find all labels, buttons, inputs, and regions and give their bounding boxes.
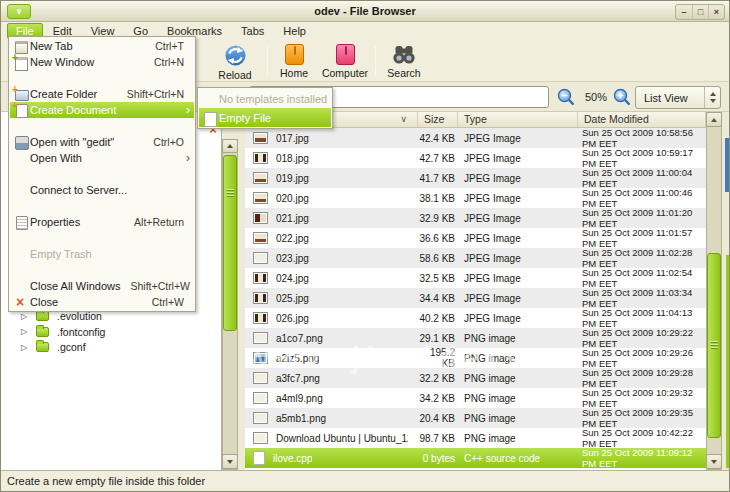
submenu-item[interactable]: Empty File <box>199 108 331 127</box>
expander-icon[interactable]: ▷ <box>18 327 30 336</box>
file-row[interactable]: 024.jpg 32.5 KB JPEG Image Sun 25 Oct 20… <box>245 268 706 288</box>
menu-item[interactable]: Open With › <box>10 150 194 166</box>
menu-item[interactable]: Create Document › <box>10 102 194 118</box>
menu-item-label: Create Document <box>30 104 170 116</box>
file-row[interactable]: a4ml9.png 34.2 KB PNG image Sun 25 Oct 2… <box>245 388 706 408</box>
file-name: 026.jpg <box>276 313 309 324</box>
menu-item[interactable]: New Window Ctrl+N <box>10 54 194 70</box>
file-name: 023.jpg <box>276 253 309 264</box>
expander-icon[interactable]: ▷ <box>18 343 30 352</box>
file-type: JPEG Image <box>458 293 578 304</box>
sidebar-folder-label: .fontconfig <box>57 326 105 338</box>
file-name: a1co7.png <box>276 333 323 344</box>
file-row[interactable]: a3fc7.png 32.2 KB PNG image Sun 25 Oct 2… <box>245 368 706 388</box>
sidebar-scrollbar-thumb[interactable] <box>223 155 237 331</box>
file-row[interactable]: 017.jpg 42.4 KB JPEG Image Sun 25 Oct 20… <box>245 128 706 148</box>
menu-item-icon <box>13 199 30 213</box>
menubar-item[interactable]: Help <box>274 23 315 39</box>
file-date-modified: Sun 25 Oct 2009 10:29:28 PM EET <box>578 367 706 389</box>
menu-item[interactable]: Connect to Server... <box>10 182 194 198</box>
folder-icon <box>36 311 49 321</box>
file-row[interactable]: 022.jpg 36.6 KB JPEG Image Sun 25 Oct 20… <box>245 228 706 248</box>
column-header-type[interactable]: Type <box>458 112 578 127</box>
file-name: 019.jpg <box>276 173 309 184</box>
file-row[interactable]: Download Ubuntu | Ubuntu_12565... 98.7 K… <box>245 428 706 448</box>
file-size: 32.5 KB <box>418 273 458 284</box>
file-row[interactable]: a2iz5.png 195.2 KB PNG image Sun 25 Oct … <box>245 348 706 368</box>
file-type: JPEG Image <box>458 133 578 144</box>
menu-item-icon <box>13 135 30 149</box>
list-scrollbar-thumb[interactable] <box>707 253 721 438</box>
file-browser-window: ∨ odev - File Browser – □ × File Edit Vi… <box>0 0 730 492</box>
file-row[interactable]: 023.jpg 58.6 KB JPEG Image Sun 25 Oct 20… <box>245 248 706 268</box>
file-date-modified: Sun 25 Oct 2009 10:29:26 PM EET <box>578 347 706 369</box>
sidebar-scroll-up-icon[interactable] <box>222 139 238 153</box>
menu-item[interactable]: Properties Alt+Return <box>10 214 194 230</box>
search-button[interactable]: Search <box>380 43 428 80</box>
sidebar-scroll-down-icon[interactable] <box>222 454 238 469</box>
menu-item[interactable]: Create Folder Shift+Ctrl+N <box>10 86 194 102</box>
menu-item <box>10 70 194 86</box>
view-mode-dropdown[interactable]: List View <box>635 86 721 109</box>
menu-item-icon <box>13 279 30 293</box>
menu-item-icon <box>13 247 30 261</box>
file-date-modified: Sun 25 Oct 2009 11:01:57 PM EET <box>578 227 706 249</box>
menu-item-icon <box>13 295 30 309</box>
zoom-out-button[interactable] <box>557 88 575 106</box>
window-control-button[interactable]: × <box>708 5 724 19</box>
file-size: 195.2 KB <box>418 347 458 369</box>
file-row[interactable]: 026.jpg 40.2 KB JPEG Image Sun 25 Oct 20… <box>245 308 706 328</box>
home-button[interactable]: Home <box>272 43 316 80</box>
menu-item[interactable]: Close All Windows Shift+Ctrl+W <box>10 278 194 294</box>
window-control-button[interactable]: – <box>676 5 692 19</box>
dropdown-spinner-icon <box>704 87 720 108</box>
computer-button[interactable]: Computer <box>318 43 372 80</box>
file-row[interactable]: 018.jpg 42.7 KB JPEG Image Sun 25 Oct 20… <box>245 148 706 168</box>
menu-item-label: Open With <box>30 152 170 164</box>
file-row[interactable]: 021.jpg 32.9 KB JPEG Image Sun 25 Oct 20… <box>245 208 706 228</box>
list-scroll-down-icon[interactable] <box>706 454 722 469</box>
screen-edge-artifact-blue <box>725 138 729 192</box>
file-row[interactable]: ilove.cpp 0 bytes C++ source code Sun 25… <box>245 448 706 468</box>
file-date-modified: Sun 25 Oct 2009 10:42:22 PM EET <box>578 427 706 449</box>
expander-icon[interactable]: ▷ <box>18 312 30 321</box>
file-row[interactable]: 019.jpg 41.7 KB JPEG Image Sun 25 Oct 20… <box>245 168 706 188</box>
window-controls: – □ × <box>675 4 725 20</box>
file-type: JPEG Image <box>458 193 578 204</box>
file-date-modified: Sun 25 Oct 2009 10:58:56 PM EET <box>578 128 706 149</box>
file-thumbnail-icon <box>253 132 268 144</box>
column-header-size[interactable]: Size <box>418 112 458 127</box>
reload-button[interactable]: Reload <box>207 43 263 80</box>
file-row[interactable]: 020.jpg 38.1 KB JPEG Image Sun 25 Oct 20… <box>245 188 706 208</box>
menu-item-label: Empty Trash <box>30 248 174 260</box>
zoom-in-button[interactable] <box>613 88 631 106</box>
menu-item-icon <box>13 71 30 85</box>
file-type: PNG image <box>458 353 578 364</box>
menu-item-accelerator: Ctrl+T <box>145 40 184 52</box>
menu-item[interactable]: Close Ctrl+W <box>10 294 194 310</box>
submenu-item-icon <box>202 92 219 106</box>
search-binoculars-icon <box>392 44 416 67</box>
menubar-item[interactable]: Tabs <box>232 23 273 39</box>
submenu-item: No templates installed <box>199 89 331 108</box>
file-row[interactable]: a1co7.png 29.1 KB PNG image Sun 25 Oct 2… <box>245 328 706 348</box>
file-name: a5mb1.png <box>276 413 326 424</box>
file-name: 018.jpg <box>276 153 309 164</box>
window-control-button[interactable]: □ <box>692 5 708 19</box>
file-size: 29.1 KB <box>418 333 458 344</box>
file-row[interactable]: a5mb1.png 20.4 KB PNG image Sun 25 Oct 2… <box>245 408 706 428</box>
file-name: a4ml9.png <box>276 393 323 404</box>
file-date-modified: Sun 25 Oct 2009 11:03:34 PM EET <box>578 287 706 309</box>
reload-icon <box>224 44 247 69</box>
screen-edge-artifact-green <box>726 255 729 468</box>
menu-item-label: New Window <box>30 56 144 68</box>
menu-item[interactable]: Open with "gedit" Ctrl+O <box>10 134 194 150</box>
list-scroll-up-icon[interactable] <box>706 112 722 127</box>
computer-label: Computer <box>322 67 368 79</box>
file-thumbnail-icon <box>253 372 268 384</box>
file-row[interactable]: 025.jpg 34.4 KB JPEG Image Sun 25 Oct 20… <box>245 288 706 308</box>
menu-item-label: Open with "gedit" <box>30 136 143 148</box>
column-header-date[interactable]: Date Modified <box>578 112 706 127</box>
file-thumbnail-icon <box>253 332 268 344</box>
menu-item[interactable]: New Tab Ctrl+T <box>10 38 194 54</box>
